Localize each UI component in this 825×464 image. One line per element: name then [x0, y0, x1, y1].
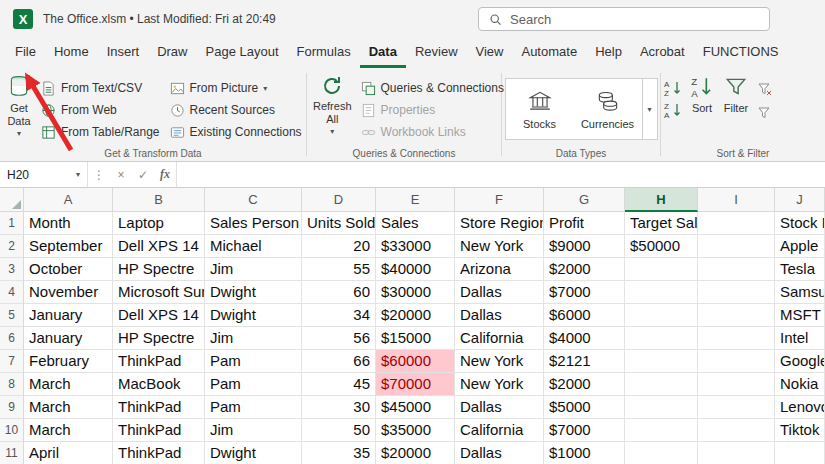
cell-A9[interactable]: March	[24, 396, 113, 419]
row-header-6[interactable]: 6	[0, 327, 24, 350]
column-header-D[interactable]: D	[302, 188, 376, 212]
existing-connections-button[interactable]: Existing Connections	[165, 121, 307, 143]
cell-G11[interactable]: $1000	[544, 442, 625, 464]
cell-J1[interactable]: Stock Name	[775, 212, 825, 235]
cell-G5[interactable]: $6000	[544, 304, 625, 327]
column-header-F[interactable]: F	[455, 188, 544, 212]
column-header-A[interactable]: A	[24, 188, 113, 212]
cell-A10[interactable]: March	[24, 419, 113, 442]
cell-A3[interactable]: October	[24, 258, 113, 281]
cell-E5[interactable]: $20000	[376, 304, 455, 327]
row-header-9[interactable]: 9	[0, 396, 24, 419]
from-text-csv-button[interactable]: From Text/CSV	[36, 77, 165, 99]
cell-I4[interactable]	[698, 281, 775, 304]
cell-J2[interactable]: Apple	[775, 235, 825, 258]
cell-B1[interactable]: Laptop	[113, 212, 205, 235]
cell-F1[interactable]: Store Region	[455, 212, 544, 235]
cell-C9[interactable]: Pam	[205, 396, 302, 419]
cell-F11[interactable]: Dallas	[455, 442, 544, 464]
cell-D6[interactable]: 56	[302, 327, 376, 350]
tab-acrobat[interactable]: Acrobat	[631, 38, 694, 68]
cell-D11[interactable]: 35	[302, 442, 376, 464]
cell-B10[interactable]: ThinkPad	[113, 419, 205, 442]
refresh-all-button[interactable]: Refresh All ▾	[309, 71, 356, 136]
cell-A1[interactable]: Month	[24, 212, 113, 235]
cell-E6[interactable]: $15000	[376, 327, 455, 350]
currencies-button[interactable]: Currencies	[574, 79, 642, 139]
cell-I5[interactable]	[698, 304, 775, 327]
tab-functions[interactable]: FUNCTIONS	[694, 38, 788, 68]
cell-I6[interactable]	[698, 327, 775, 350]
cell-D4[interactable]: 60	[302, 281, 376, 304]
cell-E4[interactable]: $30000	[376, 281, 455, 304]
excel-logo-icon[interactable]: X	[13, 9, 33, 29]
cell-I2[interactable]	[698, 235, 775, 258]
cell-H7[interactable]	[625, 350, 698, 373]
cell-F6[interactable]: California	[455, 327, 544, 350]
clear-filter-icon[interactable]	[757, 81, 773, 97]
column-header-C[interactable]: C	[205, 188, 302, 212]
select-all-button[interactable]	[0, 188, 24, 212]
cell-E2[interactable]: $33000	[376, 235, 455, 258]
cell-J5[interactable]: MSFT	[775, 304, 825, 327]
sort-descending-icon[interactable]: Z A	[663, 101, 683, 119]
cell-G10[interactable]: $7000	[544, 419, 625, 442]
cell-J3[interactable]: Tesla	[775, 258, 825, 281]
tab-insert[interactable]: Insert	[98, 38, 149, 68]
tab-help[interactable]: Help	[586, 38, 631, 68]
cell-A7[interactable]: February	[24, 350, 113, 373]
cell-B7[interactable]: ThinkPad	[113, 350, 205, 373]
cell-G3[interactable]: $2000	[544, 258, 625, 281]
cell-E1[interactable]: Sales	[376, 212, 455, 235]
sort-button[interactable]: Z A Sort	[685, 71, 719, 115]
cell-C2[interactable]: Michael	[205, 235, 302, 258]
cell-G7[interactable]: $2121	[544, 350, 625, 373]
cell-H4[interactable]	[625, 281, 698, 304]
cell-F7[interactable]: New York	[455, 350, 544, 373]
column-header-B[interactable]: B	[113, 188, 205, 212]
tab-formulas[interactable]: Formulas	[288, 38, 360, 68]
cell-H9[interactable]	[625, 396, 698, 419]
cell-C10[interactable]: Jim	[205, 419, 302, 442]
cell-H1[interactable]: Target Sales	[625, 212, 698, 235]
tab-automate[interactable]: Automate	[512, 38, 586, 68]
cell-H3[interactable]	[625, 258, 698, 281]
cell-D8[interactable]: 45	[302, 373, 376, 396]
cell-J11[interactable]	[775, 442, 825, 464]
cell-B9[interactable]: ThinkPad	[113, 396, 205, 419]
column-header-H[interactable]: H	[625, 188, 698, 212]
cell-J6[interactable]: Intel	[775, 327, 825, 350]
cell-C5[interactable]: Dwight	[205, 304, 302, 327]
tab-review[interactable]: Review	[406, 38, 467, 68]
cell-D2[interactable]: 20	[302, 235, 376, 258]
cell-I10[interactable]	[698, 419, 775, 442]
tab-view[interactable]: View	[467, 38, 513, 68]
cell-G2[interactable]: $9000	[544, 235, 625, 258]
cell-D10[interactable]: 50	[302, 419, 376, 442]
formula-input[interactable]	[176, 162, 825, 187]
cell-E9[interactable]: $45000	[376, 396, 455, 419]
row-header-8[interactable]: 8	[0, 373, 24, 396]
name-box[interactable]: H20 ▾	[0, 162, 88, 187]
stocks-button[interactable]: Stocks	[506, 79, 574, 139]
cell-E8[interactable]: $70000	[376, 373, 455, 396]
cell-I7[interactable]	[698, 350, 775, 373]
cell-H11[interactable]	[625, 442, 698, 464]
cell-F10[interactable]: California	[455, 419, 544, 442]
cell-A6[interactable]: January	[24, 327, 113, 350]
column-header-E[interactable]: E	[376, 188, 455, 212]
cell-I9[interactable]	[698, 396, 775, 419]
sort-ascending-icon[interactable]: A Z	[663, 79, 683, 97]
row-header-10[interactable]: 10	[0, 419, 24, 442]
cell-F5[interactable]: Dallas	[455, 304, 544, 327]
cell-I8[interactable]	[698, 373, 775, 396]
cell-G1[interactable]: Profit	[544, 212, 625, 235]
cell-F2[interactable]: New York	[455, 235, 544, 258]
insert-function-icon[interactable]: fx	[154, 162, 176, 187]
cell-H5[interactable]	[625, 304, 698, 327]
cell-D9[interactable]: 30	[302, 396, 376, 419]
cell-F3[interactable]: Arizona	[455, 258, 544, 281]
cell-E11[interactable]: $20000	[376, 442, 455, 464]
cell-B4[interactable]: Microsoft Surface	[113, 281, 205, 304]
column-header-J[interactable]: J	[775, 188, 825, 212]
